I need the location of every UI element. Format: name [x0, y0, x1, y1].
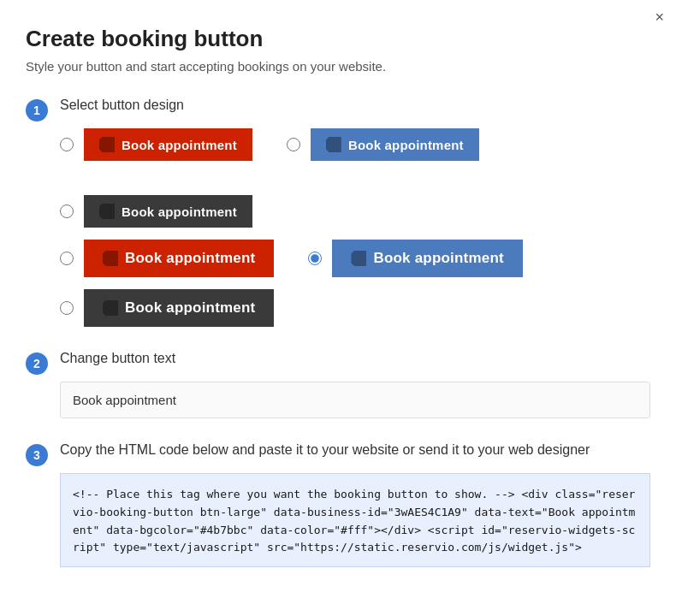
btn-label-2: Book appointment [348, 138, 464, 152]
step3-label: Copy the HTML code below and paste it to… [60, 442, 650, 458]
btn-label-6: Book appointment [125, 299, 255, 317]
preview-button-2[interactable]: Book appointment [311, 128, 479, 161]
ticket-icon-5 [351, 251, 366, 266]
code-box-container: <!-- Place this tag where you want the b… [60, 473, 650, 567]
preview-button-5[interactable]: Book appointment [332, 240, 522, 277]
step3-circle: 3 [26, 444, 48, 466]
btn-label-1: Book appointment [122, 138, 237, 152]
preview-button-3[interactable]: Book appointment [84, 195, 252, 228]
modal-title: Create booking button [26, 26, 650, 52]
radio-style-4[interactable] [60, 252, 74, 265]
button-option-6: Book appointment [60, 289, 274, 327]
step3-section: 3 Copy the HTML code below and paste it … [26, 442, 650, 567]
close-button[interactable]: × [655, 9, 664, 27]
radio-style-2[interactable] [287, 138, 300, 151]
btn-label-5: Book appointment [373, 250, 503, 267]
radio-style-3[interactable] [60, 204, 74, 218]
preview-button-1[interactable]: Book appointment [84, 128, 252, 161]
html-code-box[interactable]: <!-- Place this tag where you want the b… [60, 473, 650, 567]
btn-label-3: Book appointment [122, 204, 237, 219]
button-row-1: Book appointment Book appointment Book a… [60, 128, 650, 228]
step2-section: 2 Change button text [26, 351, 650, 418]
ticket-icon-2 [326, 137, 341, 152]
step1-circle: 1 [26, 99, 48, 121]
step1-label: Select button design [60, 98, 650, 113]
radio-style-5[interactable] [308, 252, 322, 265]
button-text-input[interactable] [60, 382, 650, 418]
modal-subtitle: Style your button and start accepting bo… [26, 59, 650, 74]
radio-style-1[interactable] [60, 138, 74, 151]
step3-content: Copy the HTML code below and paste it to… [60, 442, 650, 567]
button-option-4: Book appointment [60, 240, 274, 277]
ticket-icon-1 [99, 137, 115, 152]
button-row-2: Book appointment Book appointment [60, 240, 650, 277]
radio-style-6[interactable] [60, 301, 74, 315]
step2-label: Change button text [60, 351, 650, 366]
step1-section: 1 Select button design Book appointment [26, 98, 650, 327]
ticket-icon-3 [99, 204, 115, 219]
button-row-3: Book appointment [60, 289, 650, 327]
button-option-1: Book appointment [60, 128, 252, 161]
button-option-5: Book appointment [308, 240, 522, 277]
step1-content: Select button design Book appointment Bo… [60, 98, 650, 327]
ticket-icon-4 [103, 251, 118, 266]
btn-label-4: Book appointment [125, 250, 255, 267]
step2-content: Change button text [60, 351, 650, 418]
create-booking-modal: × Create booking button Style your butto… [0, 0, 676, 616]
ticket-icon-6 [103, 300, 118, 316]
preview-button-4[interactable]: Book appointment [84, 240, 274, 277]
preview-button-6[interactable]: Book appointment [84, 289, 274, 327]
button-option-3: Book appointment [60, 195, 252, 228]
step2-circle: 2 [26, 352, 48, 375]
button-option-2: Book appointment [287, 128, 479, 161]
